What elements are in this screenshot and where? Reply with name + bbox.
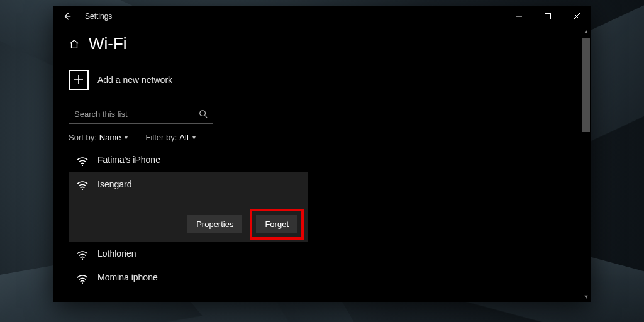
sort-value: Name xyxy=(99,133,121,142)
network-item[interactable]: Fatima's iPhone xyxy=(69,148,308,172)
network-name: Lothlorien xyxy=(97,248,136,258)
page-content: Wi-Fi Add a new network Sort by: Name ▾ xyxy=(53,26,581,302)
network-list: Fatima's iPhone Isengard Properties Forg… xyxy=(69,148,308,290)
search-box[interactable] xyxy=(69,104,213,124)
home-icon[interactable] xyxy=(69,38,80,50)
plus-icon xyxy=(69,70,89,90)
network-name: Momina iphone xyxy=(97,272,158,282)
network-name: Fatima's iPhone xyxy=(97,155,160,165)
list-controls: Sort by: Name ▾ Filter by: All ▾ xyxy=(69,133,581,142)
filter-by-dropdown[interactable]: Filter by: All ▾ xyxy=(145,133,195,142)
maximize-icon xyxy=(545,13,551,19)
chevron-down-icon: ▾ xyxy=(192,134,196,141)
svg-point-3 xyxy=(82,189,83,190)
wifi-icon xyxy=(76,250,89,260)
properties-button[interactable]: Properties xyxy=(187,215,242,233)
network-item[interactable]: Lothlorien xyxy=(69,242,308,266)
filter-label: Filter by: xyxy=(145,133,177,142)
network-item-selected[interactable]: Isengard Properties Forget xyxy=(69,172,308,242)
scrollbar[interactable]: ▲ ▼ xyxy=(581,26,591,302)
scroll-down-button[interactable]: ▼ xyxy=(581,292,591,302)
maximize-button[interactable] xyxy=(533,6,562,26)
sort-label: Sort by: xyxy=(69,133,97,142)
scrollbar-thumb[interactable] xyxy=(582,38,590,132)
svg-point-1 xyxy=(200,111,206,116)
window-title: Settings xyxy=(81,12,112,21)
wifi-icon xyxy=(76,274,89,284)
minimize-button[interactable] xyxy=(504,6,533,26)
wifi-icon xyxy=(76,180,89,190)
search-icon xyxy=(199,109,208,118)
back-button[interactable] xyxy=(53,6,81,26)
forget-highlight: Forget xyxy=(250,209,304,240)
chevron-down-icon: ▾ xyxy=(125,134,128,141)
page-title: Wi-Fi xyxy=(89,34,127,53)
svg-rect-0 xyxy=(545,14,551,19)
network-item[interactable]: Momina iphone xyxy=(69,266,308,290)
settings-window: Settings Wi-Fi Add a new network xyxy=(53,6,591,302)
add-network-button[interactable]: Add a new network xyxy=(69,70,581,90)
forget-button[interactable]: Forget xyxy=(256,215,297,233)
add-network-label: Add a new network xyxy=(97,75,172,85)
svg-point-5 xyxy=(82,282,83,284)
svg-point-4 xyxy=(82,258,83,260)
search-input[interactable] xyxy=(74,109,199,119)
sort-by-dropdown[interactable]: Sort by: Name ▾ xyxy=(69,133,128,142)
close-icon xyxy=(574,13,580,19)
close-button[interactable] xyxy=(562,6,591,26)
wifi-icon xyxy=(76,156,89,166)
svg-point-2 xyxy=(82,165,83,166)
arrow-left-icon xyxy=(63,12,72,21)
scroll-up-button[interactable]: ▲ xyxy=(581,26,591,36)
titlebar: Settings xyxy=(53,6,591,26)
filter-value: All xyxy=(179,133,188,142)
minimize-icon xyxy=(516,13,522,19)
network-name: Isengard xyxy=(97,179,131,189)
